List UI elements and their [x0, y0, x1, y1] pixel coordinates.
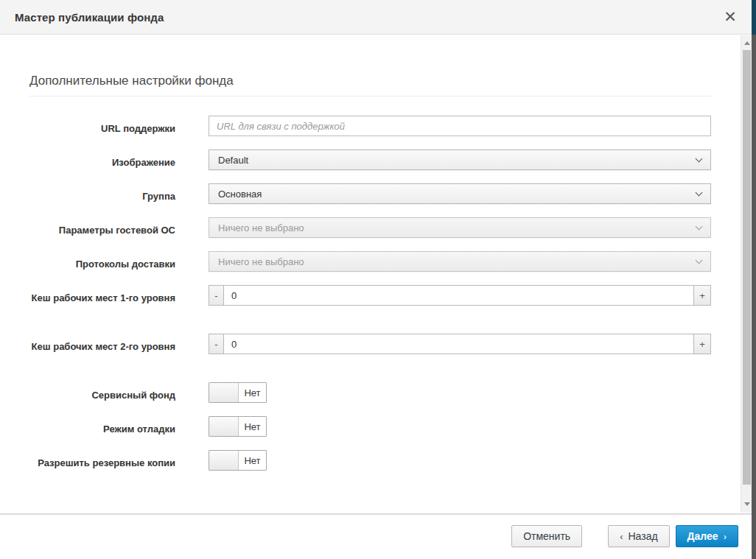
form-row-cache-l1: Кеш рабочих мест 1-го уровня - +: [29, 285, 711, 306]
image-label: Изображение: [29, 150, 175, 170]
minus-button[interactable]: -: [209, 285, 224, 306]
allow-backups-label: Разрешить резервные копии: [29, 450, 175, 471]
guest-os-select: Ничего не выбрано: [209, 217, 711, 238]
form-row-image: Изображение Default: [29, 150, 711, 170]
chevron-down-icon: [696, 155, 703, 162]
plus-button[interactable]: +: [693, 285, 711, 306]
toggle-state-label: Нет: [239, 451, 266, 470]
scroll-down-icon[interactable]: [741, 498, 752, 510]
cache-l2-stepper: - +: [209, 334, 711, 354]
chevron-down-icon: [696, 189, 703, 196]
toggle-state-label: Нет: [239, 417, 266, 436]
debug-mode-label: Режим отладки: [29, 416, 175, 437]
image-select[interactable]: Default: [209, 150, 711, 170]
window-edge: [752, 0, 756, 559]
guest-os-label: Параметры гостевой ОС: [29, 217, 175, 238]
back-button[interactable]: ‹ Назад: [608, 525, 669, 547]
form-row-allow-backups: Разрешить резервные копии Нет: [29, 450, 711, 471]
minus-button[interactable]: -: [209, 334, 224, 354]
guest-os-select-value: Ничего не выбрано: [218, 222, 690, 233]
group-select-value: Основная: [218, 189, 690, 200]
vertical-scrollbar[interactable]: [741, 35, 752, 513]
support-url-label: URL поддержки: [29, 116, 175, 136]
delivery-protocols-select-value: Ничего не выбрано: [218, 256, 690, 267]
chevron-right-icon: ›: [724, 531, 727, 542]
image-select-value: Default: [218, 155, 690, 166]
form-row-support-url: URL поддержки: [29, 116, 711, 136]
group-label: Группа: [29, 183, 175, 204]
cache-l1-stepper: - +: [209, 285, 711, 306]
form-row-service-pool: Сервисный фонд Нет: [29, 382, 711, 403]
chevron-down-icon: [696, 256, 703, 264]
toggle-handle: [209, 417, 239, 436]
dialog-title: Мастер публикации фонда: [15, 11, 164, 24]
plus-button[interactable]: +: [693, 334, 711, 354]
chevron-down-icon: [696, 222, 703, 230]
cache-l2-input[interactable]: [224, 334, 693, 354]
debug-mode-toggle[interactable]: Нет: [209, 416, 267, 437]
toggle-handle: [209, 451, 239, 470]
delivery-protocols-label: Протоколы доставки: [29, 251, 175, 272]
form-row-group: Группа Основная: [29, 183, 711, 204]
wizard-dialog: Мастер публикации фонда ✕ Дополнительные…: [0, 0, 756, 559]
service-pool-toggle[interactable]: Нет: [209, 382, 267, 403]
dialog-titlebar: Мастер публикации фонда ✕: [0, 0, 752, 35]
cancel-button-label: Отменить: [523, 530, 570, 542]
delivery-protocols-select: Ничего не выбрано: [209, 251, 711, 272]
section-title: Дополнительные настройки фонда: [29, 74, 711, 96]
cache-l1-label: Кеш рабочих мест 1-го уровня: [29, 285, 175, 306]
scroll-up-icon[interactable]: [741, 37, 752, 49]
group-select[interactable]: Основная: [209, 183, 711, 204]
next-button-label: Далее: [687, 530, 718, 542]
form-row-debug-mode: Режим отладки Нет: [29, 416, 711, 437]
chevron-left-icon: ‹: [620, 531, 623, 542]
form-row-guest-os: Параметры гостевой ОС Ничего не выбрано: [29, 217, 711, 238]
dialog-footer: Отменить ‹ Назад Далее ›: [0, 513, 752, 559]
dialog-content: Дополнительные настройки фонда URL подде…: [0, 35, 741, 513]
close-icon[interactable]: ✕: [721, 7, 740, 27]
next-button[interactable]: Далее ›: [676, 525, 738, 547]
cache-l2-label: Кеш рабочих мест 2-го уровня: [29, 334, 175, 354]
cancel-button[interactable]: Отменить: [511, 525, 582, 547]
scrollbar-thumb[interactable]: [743, 50, 751, 485]
back-button-label: Назад: [628, 530, 657, 542]
form-row-cache-l2: Кеш рабочих мест 2-го уровня - +: [29, 334, 711, 354]
toggle-handle: [209, 383, 239, 402]
form-row-delivery-protocols: Протоколы доставки Ничего не выбрано: [29, 251, 711, 272]
allow-backups-toggle[interactable]: Нет: [209, 450, 267, 471]
support-url-input[interactable]: [209, 116, 711, 136]
cache-l1-input[interactable]: [224, 285, 693, 306]
window-edge-top: [752, 0, 756, 35]
toggle-state-label: Нет: [239, 383, 266, 402]
service-pool-label: Сервисный фонд: [29, 382, 175, 403]
